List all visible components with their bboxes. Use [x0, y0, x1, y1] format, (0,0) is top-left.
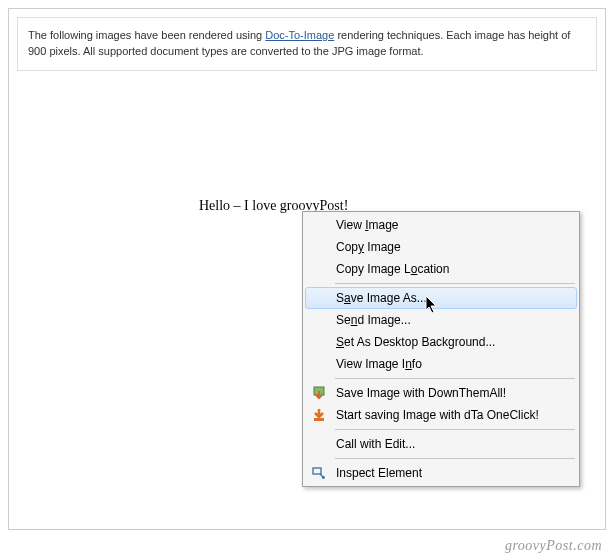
menu-item-label: Inspect Element [330, 466, 422, 480]
watermark: groovyPost.com [505, 538, 602, 554]
menu-icon-empty [308, 239, 330, 255]
menu-icon-empty [308, 290, 330, 306]
doc-to-image-link[interactable]: Doc-To-Image [265, 29, 334, 41]
menu-item-save-image-as[interactable]: Save Image As... [305, 287, 577, 309]
svg-rect-1 [314, 418, 324, 421]
page-frame: The following images have been rendered … [8, 8, 606, 530]
menu-icon-empty [308, 334, 330, 350]
menu-icon-empty [308, 312, 330, 328]
menu-item-label: View Image Info [330, 357, 422, 371]
menu-item-copy-image[interactable]: Copy Image [305, 236, 577, 258]
menu-item-set-as-desktop-background[interactable]: Set As Desktop Background... [305, 331, 577, 353]
menu-item-label: View Image [330, 218, 399, 232]
menu-item-label: Save Image with DownThemAll! [330, 386, 506, 400]
menu-item-view-image[interactable]: View Image [305, 214, 577, 236]
menu-separator [335, 283, 575, 284]
inspect-icon [308, 465, 330, 481]
menu-icon-empty [308, 261, 330, 277]
menu-item-label: Copy Image Location [330, 262, 449, 276]
menu-icon-empty [308, 217, 330, 233]
menu-item-label: Send Image... [330, 313, 411, 327]
dta-oneclick-icon [308, 407, 330, 423]
menu-item-label: Set As Desktop Background... [330, 335, 495, 349]
menu-item-view-image-info[interactable]: View Image Info [305, 353, 577, 375]
context-menu: View ImageCopy ImageCopy Image LocationS… [302, 211, 580, 487]
header-text-before: The following images have been rendered … [28, 29, 265, 41]
menu-item-save-image-with-downthemall[interactable]: Save Image with DownThemAll! [305, 382, 577, 404]
header-description: The following images have been rendered … [17, 17, 597, 71]
menu-item-copy-image-location[interactable]: Copy Image Location [305, 258, 577, 280]
dta-save-icon [308, 385, 330, 401]
menu-separator [335, 429, 575, 430]
menu-item-start-saving-image-with-dta-oneclick[interactable]: Start saving Image with dTa OneClick! [305, 404, 577, 426]
menu-item-label: Call with Edit... [330, 437, 415, 451]
menu-item-label: Save Image As... [330, 291, 427, 305]
menu-separator [335, 458, 575, 459]
menu-icon-empty [308, 436, 330, 452]
menu-separator [335, 378, 575, 379]
menu-item-inspect-element[interactable]: Inspect Element [305, 462, 577, 484]
menu-icon-empty [308, 356, 330, 372]
menu-item-label: Start saving Image with dTa OneClick! [330, 408, 539, 422]
menu-item-label: Copy Image [330, 240, 401, 254]
menu-item-call-with-edit[interactable]: Call with Edit... [305, 433, 577, 455]
menu-item-send-image[interactable]: Send Image... [305, 309, 577, 331]
svg-rect-2 [313, 468, 321, 474]
